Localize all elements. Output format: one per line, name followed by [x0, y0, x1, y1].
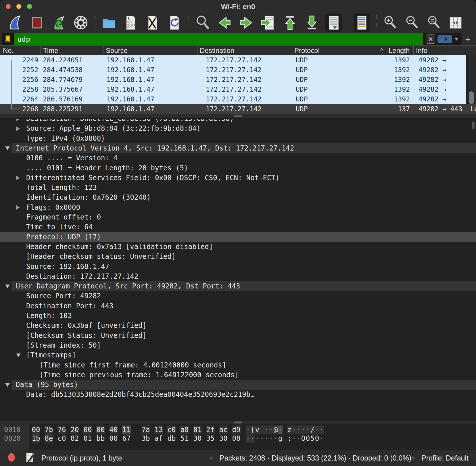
- detail-row[interactable]: .... 0101 = Header Length: 20 bytes (5): [0, 163, 476, 173]
- find-packet-button[interactable]: [194, 14, 211, 32]
- collapse-toggle-icon[interactable]: [5, 383, 10, 387]
- detail-row[interactable]: [Time since previous frame: 1.649122000 …: [0, 370, 476, 380]
- detail-row[interactable]: Type: IPv4 (0x0800): [0, 134, 476, 144]
- hex-byte[interactable]: af: [154, 434, 163, 443]
- packet-row[interactable]: 2252284.474538192.168.1.47172.217.27.142…: [0, 65, 447, 75]
- hex-byte[interactable]: 67: [122, 434, 131, 443]
- detail-row[interactable]: Total Length: 123: [0, 183, 476, 193]
- detail-row[interactable]: Destination: DWnetTec_ca:dc:50 (78:b2:13…: [0, 119, 476, 124]
- next-packet-button[interactable]: [238, 14, 255, 32]
- column-header-time[interactable]: Time: [41, 46, 103, 55]
- detail-row[interactable]: Source: Apple_9b:d8:84 (3c:22:fb:9b:d8:8…: [0, 124, 476, 134]
- restart-capture-button[interactable]: [51, 14, 67, 32]
- packet-list-scrollbar-thumb[interactable]: [469, 91, 474, 104]
- packet-row[interactable]: 2264286.576169192.168.1.47172.217.27.142…: [0, 94, 447, 104]
- hex-byte[interactable]: ac: [219, 425, 228, 434]
- hex-byte[interactable]: 30: [219, 434, 228, 443]
- detail-row[interactable]: [Time since first frame: 4.001240000 sec…: [0, 360, 476, 370]
- zoom-reset-button[interactable]: [425, 14, 442, 32]
- hex-byte[interactable]: 40: [109, 425, 118, 434]
- save-file-button[interactable]: 01010 01101 01110: [122, 14, 139, 32]
- detail-row[interactable]: [Checksum Status: Unverified]: [0, 331, 476, 341]
- hex-byte[interactable]: 00: [83, 425, 92, 434]
- detail-row[interactable]: 0100 .... = Version: 4: [0, 153, 476, 163]
- previous-packet-button[interactable]: [216, 14, 233, 32]
- detail-row[interactable]: Source: 192.168.1.47: [0, 262, 476, 272]
- profile-status[interactable]: Profile: Default: [421, 454, 469, 462]
- detail-row[interactable]: Data (95 bytes): [0, 380, 476, 390]
- detail-row[interactable]: User Datagram Protocol, Src Port: 49282,…: [0, 281, 476, 291]
- detail-row[interactable]: Destination Port: 443: [0, 301, 476, 311]
- filter-bookmark-button[interactable]: [2, 33, 14, 45]
- close-file-button[interactable]: [144, 14, 161, 32]
- detail-row[interactable]: Data: db5130353008e2d20bf43cb25dea00404e…: [0, 390, 476, 400]
- details-hex-splitter[interactable]: [0, 421, 476, 424]
- expand-toggle-icon[interactable]: [16, 126, 20, 131]
- start-capture-button[interactable]: [7, 14, 24, 32]
- hex-byte[interactable]: 20: [70, 425, 79, 434]
- hex-byte[interactable]: 76: [57, 425, 66, 434]
- go-to-packet-button[interactable]: [260, 14, 277, 32]
- capture-options-button[interactable]: [72, 14, 89, 32]
- detail-row[interactable]: Checksum: 0x3baf [unverified]: [0, 321, 476, 331]
- hex-byte[interactable]: 7a: [141, 425, 150, 434]
- detail-row[interactable]: Flags: 0x0000: [0, 203, 476, 213]
- hex-byte[interactable]: 08: [232, 434, 241, 443]
- hex-row[interactable]: 00201b8ec08201bb00673bafdb5130353008····…: [0, 434, 476, 443]
- detail-row[interactable]: Internet Protocol Version 4, Src: 192.16…: [0, 143, 476, 153]
- collapse-toggle-icon[interactable]: [5, 147, 10, 150]
- detail-row[interactable]: Length: 103: [0, 311, 476, 321]
- expert-info-button[interactable]: [7, 452, 16, 464]
- filter-clear-button[interactable]: [426, 34, 435, 44]
- column-header-length[interactable]: Length: [386, 46, 413, 55]
- resize-columns-button[interactable]: [447, 14, 464, 32]
- filter-apply-button[interactable]: [437, 35, 452, 43]
- detail-row[interactable]: Protocol: UDP (17): [0, 232, 476, 242]
- packet-row[interactable]: 2249284.224051192.168.1.47172.217.27.142…: [0, 55, 447, 65]
- hex-byte[interactable]: 00: [109, 434, 118, 443]
- hex-byte[interactable]: 01: [193, 425, 202, 434]
- column-header-source[interactable]: Source: [103, 46, 197, 55]
- column-header-destination[interactable]: Destination: [197, 46, 292, 55]
- packet-row[interactable]: 2268288.225291192.168.1.47172.217.27.142…: [0, 104, 476, 114]
- detail-row[interactable]: Source Port: 49282: [0, 291, 476, 301]
- filter-add-button[interactable]: +: [462, 33, 474, 45]
- list-details-splitter[interactable]: [0, 114, 476, 119]
- auto-scroll-toggle[interactable]: [325, 14, 342, 32]
- packet-list-scrollbar[interactable]: [467, 55, 476, 104]
- hex-byte[interactable]: 30: [193, 434, 202, 443]
- hex-byte[interactable]: 51: [180, 434, 189, 443]
- column-header-no[interactable]: No.: [0, 46, 41, 55]
- splitter-handle-icon[interactable]: [234, 115, 242, 117]
- detail-row[interactable]: Header checksum: 0x7a13 [validation disa…: [0, 242, 476, 252]
- hex-byte[interactable]: d9: [232, 425, 241, 434]
- hex-byte[interactable]: a8: [180, 425, 189, 434]
- zoom-in-button[interactable]: [382, 14, 398, 32]
- hex-byte[interactable]: 01: [83, 434, 92, 443]
- packet-row[interactable]: 2256284.774679192.168.1.47172.217.27.142…: [0, 75, 447, 84]
- hex-byte[interactable]: 13: [154, 425, 163, 434]
- hex-byte[interactable]: 35: [206, 434, 215, 443]
- column-header-protocol[interactable]: Protocol ^: [292, 46, 386, 55]
- hex-row[interactable]: 0010007b7620000040117a13c0a8012facd9·{v …: [0, 425, 476, 434]
- zoom-out-button[interactable]: [404, 14, 420, 32]
- hex-byte[interactable]: bb: [96, 434, 105, 443]
- hex-byte[interactable]: c0: [167, 425, 176, 434]
- hex-byte[interactable]: 7b: [45, 425, 53, 434]
- last-packet-button[interactable]: [304, 14, 320, 32]
- expand-toggle-icon[interactable]: [16, 176, 20, 180]
- filter-history-dropdown[interactable]: [454, 38, 459, 41]
- hex-byte[interactable]: 11: [122, 425, 131, 434]
- expand-toggle-icon[interactable]: [16, 119, 20, 121]
- detail-row[interactable]: Differentiated Services Field: 0x00 (DSC…: [0, 173, 476, 183]
- hex-byte[interactable]: 1b: [32, 434, 40, 443]
- details-scrollbar-thumb[interactable]: [472, 122, 475, 129]
- expand-toggle-icon[interactable]: [16, 205, 20, 210]
- first-packet-button[interactable]: [282, 14, 298, 32]
- hex-byte[interactable]: 82: [70, 434, 79, 443]
- reload-file-button[interactable]: [166, 14, 183, 32]
- collapse-toggle-icon[interactable]: [5, 284, 10, 288]
- colorize-toggle[interactable]: [354, 14, 370, 32]
- packet-row[interactable]: 2258285.375667192.168.1.47172.217.27.142…: [0, 84, 447, 94]
- hex-byte[interactable]: db: [167, 434, 176, 443]
